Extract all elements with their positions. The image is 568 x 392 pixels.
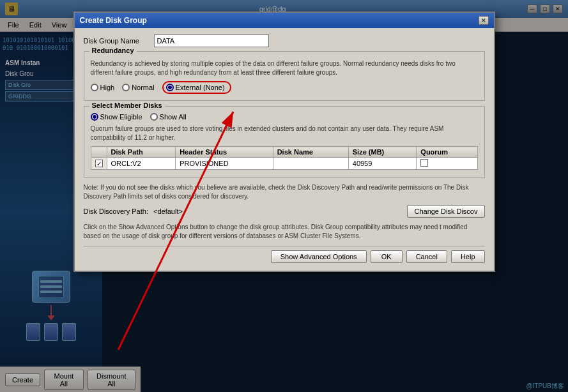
radio-show-all[interactable]: Show All: [150, 113, 187, 121]
quorum-desc: Quorum failure groups are used to store …: [91, 124, 478, 142]
dialog-buttons: Show Advanced Options OK Cancel Help: [84, 246, 485, 264]
dialog-titlebar: Create Disk Group ✕: [75, 13, 494, 28]
disk-group-name-row: Disk Group Name: [84, 34, 485, 47]
modal-overlay: Create Disk Group ✕ Disk Group Name Redu…: [0, 0, 568, 392]
row-checkbox[interactable]: [95, 160, 103, 167]
disks-table: Disk Path Header Status Disk Name Size (…: [91, 146, 478, 170]
show-eligible-label: Show Eligible: [100, 113, 142, 121]
col-disk-path: Disk Path: [107, 147, 176, 158]
disk-group-name-input[interactable]: [154, 34, 269, 47]
note-text: Note: If you do not see the disks which …: [84, 183, 485, 201]
radio-normal-circle: [122, 84, 130, 91]
redundancy-desc: Redundancy is achieved by storing multip…: [91, 59, 478, 77]
quorum-checkbox[interactable]: [420, 159, 428, 167]
disk-discovery-value: <default>: [153, 207, 183, 215]
row-quorum: [417, 158, 477, 170]
watermark: @ITPUB博客: [526, 382, 564, 391]
redundancy-section-title: Redundancy: [89, 47, 137, 54]
radio-show-eligible[interactable]: Show Eligible: [91, 113, 142, 121]
discovery-row: Disk Discovery Path: <default> Change Di…: [84, 205, 485, 218]
row-check-cell[interactable]: [91, 158, 107, 170]
advanced-text: Click on the Show Advanced Options butto…: [84, 223, 485, 241]
radio-normal-label: Normal: [132, 84, 154, 91]
external-highlight-circle: External (None): [162, 81, 231, 94]
redundancy-section: Redundancy Redundancy is achieved by sto…: [84, 51, 485, 101]
radio-show-all-circle: [150, 113, 158, 121]
disk-group-name-label: Disk Group Name: [84, 37, 154, 45]
radio-external-circle: [166, 84, 174, 91]
col-header-status: Header Status: [176, 147, 273, 158]
radio-high-circle: [91, 84, 98, 91]
col-disk-name: Disk Name: [273, 147, 348, 158]
dialog-body: Disk Group Name Redundancy Redundancy is…: [75, 28, 494, 271]
dialog-close-button[interactable]: ✕: [479, 16, 489, 25]
member-disks-section: Select Member Disks Show Eligible Show A…: [84, 106, 485, 178]
col-check: [91, 147, 107, 158]
ok-button[interactable]: OK: [371, 250, 403, 263]
show-disks-row: Show Eligible Show All: [91, 113, 478, 121]
member-disks-title: Select Member Disks: [89, 102, 165, 109]
dialog-title: Create Disk Group: [80, 16, 147, 25]
radio-show-eligible-circle: [91, 113, 98, 121]
radio-high[interactable]: High: [91, 84, 115, 91]
show-advanced-button[interactable]: Show Advanced Options: [271, 250, 367, 263]
disk-discovery-label: Disk Discovery Path:: [84, 207, 148, 215]
row-size-mb: 40959: [348, 158, 417, 170]
col-quorum: Quorum: [417, 147, 477, 158]
cancel-button[interactable]: Cancel: [406, 250, 447, 263]
radio-high-label: High: [100, 84, 115, 91]
col-size-mb: Size (MB): [348, 147, 417, 158]
row-header-status: PROVISIONED: [176, 158, 273, 170]
show-all-label: Show All: [160, 113, 187, 121]
radio-normal[interactable]: Normal: [122, 84, 154, 91]
row-disk-path: ORCL:V2: [107, 158, 176, 170]
table-row: ORCL:V2 PROVISIONED 40959: [91, 158, 477, 170]
help-button[interactable]: Help: [451, 250, 485, 263]
change-discovery-button[interactable]: Change Disk Discov: [407, 205, 484, 218]
row-disk-name: [273, 158, 348, 170]
redundancy-radio-group: High Normal External (None): [91, 81, 478, 94]
create-disk-group-dialog: Create Disk Group ✕ Disk Group Name Redu…: [73, 11, 495, 272]
radio-external-label: External (None): [176, 84, 225, 91]
radio-external[interactable]: External (None): [162, 81, 231, 94]
